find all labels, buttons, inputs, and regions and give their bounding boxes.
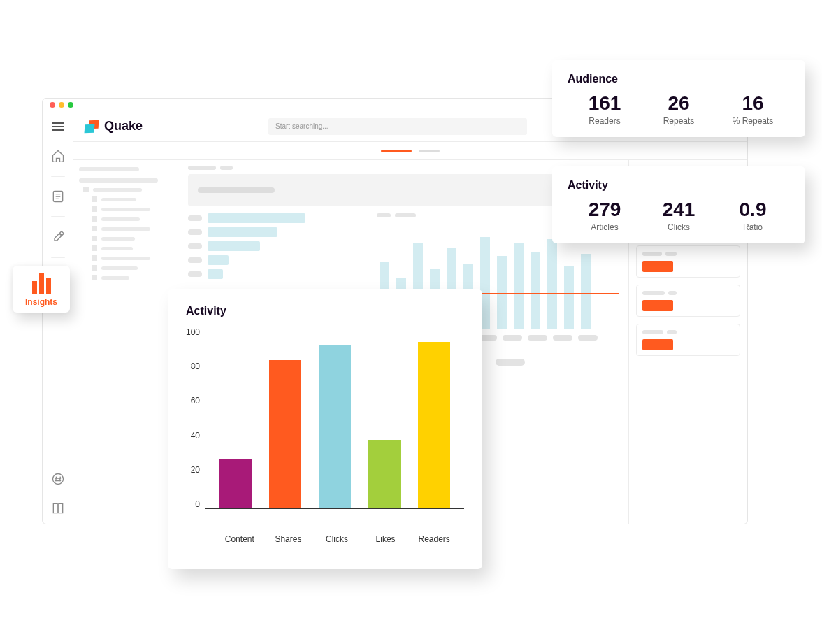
list-item[interactable] [636,285,740,317]
chart-plot-area [206,327,464,509]
app-logo[interactable]: Quake [85,119,143,134]
logo-mark-icon [85,120,100,133]
svg-point-1 [52,474,63,485]
audience-title: Audience [568,73,790,85]
insights-label: Insights [15,297,67,307]
chart-bar [219,459,252,508]
activity-clicks-value: 241 [642,199,716,221]
activity-ratio-label: Ratio [716,222,790,232]
divider [51,257,65,258]
audience-pct-value: 16 [716,92,790,115]
divider [51,216,65,217]
left-tree-panel [73,160,178,524]
activity-card: Activity 279 Articles 241 Clicks 0.9 Rat… [552,166,805,243]
audience-readers-value: 161 [568,92,642,115]
activity-title: Activity [568,179,790,192]
chart-y-axis: 100806040200 [186,327,206,509]
tab-active[interactable] [381,150,412,152]
book-icon[interactable] [48,499,68,518]
tab-strip [73,142,747,160]
audience-pct-label: % Repeats [716,116,790,126]
window-maximize-icon[interactable] [68,102,73,108]
audience-repeats-value: 26 [642,92,716,115]
app-name: Quake [104,119,143,134]
wrench-icon[interactable] [48,227,68,247]
chart-bar [269,360,301,508]
chart-bar [319,345,351,508]
chart-bar [368,440,401,508]
sidebar [43,111,73,524]
bar-chart-icon [15,273,67,294]
activity-articles-label: Articles [568,222,642,232]
activity-ratio-value: 0.9 [716,199,790,221]
list-item[interactable] [636,245,740,278]
divider [51,176,65,177]
activity-clicks-label: Clicks [642,222,716,232]
search-input[interactable]: Start searching... [268,118,527,135]
chart-bar [418,342,450,508]
window-close-icon[interactable] [50,102,55,108]
note-icon[interactable] [48,187,68,206]
list-item[interactable] [636,324,740,356]
activity-chart-card: Activity 100806040200 ContentSharesClick… [168,289,482,569]
menu-toggle-button[interactable] [48,117,68,136]
tab-inactive[interactable] [419,150,440,152]
audience-repeats-label: Repeats [642,116,716,126]
hashtag-icon[interactable] [48,469,68,489]
audience-card: Audience 161 Readers 26 Repeats 16 % Rep… [552,60,805,137]
activity-articles-value: 279 [568,199,642,221]
window-minimize-icon[interactable] [59,102,64,108]
home-icon[interactable] [48,146,68,166]
chart-x-axis: ContentSharesClicksLikesReaders [210,534,464,544]
chart-title: Activity [186,305,464,317]
insights-nav-button[interactable]: Insights [13,266,70,313]
audience-readers-label: Readers [568,116,642,126]
